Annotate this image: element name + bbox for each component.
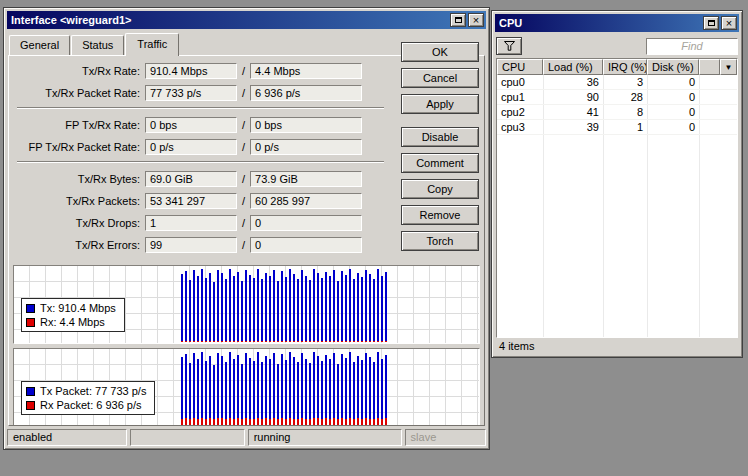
interface-window-title: Interface <wireguard1> (11, 14, 448, 26)
legend-row: Tx Packet: 77 733 p/s (26, 384, 146, 398)
cpu-value-cell: 0 (647, 76, 699, 88)
rx-bar (181, 341, 183, 342)
graph-legend: Tx Packet: 77 733 p/sRx Packet: 6 936 p/… (21, 381, 155, 415)
rx-bar (305, 341, 307, 342)
rx-bar (309, 419, 311, 425)
cpu-name-cell: cpu2 (497, 106, 543, 118)
rx-bar (329, 341, 331, 342)
rx-bar (193, 341, 195, 342)
tx-value-field[interactable]: 77 733 p/s (145, 85, 237, 101)
cpu-value-cell: 90 (543, 91, 603, 103)
close-icon[interactable]: × (468, 13, 484, 27)
ok-button[interactable]: OK (401, 42, 479, 62)
legend-row: Rx: 4.4 Mbps (26, 315, 116, 329)
rx-value-field[interactable]: 0 (250, 215, 362, 231)
rx-bar (365, 418, 367, 425)
torch-button[interactable]: Torch (401, 231, 479, 251)
maximize-button[interactable] (450, 13, 466, 27)
rx-bar (241, 419, 243, 425)
apply-button[interactable]: Apply (401, 94, 479, 114)
rx-value-field[interactable]: 60 285 997 (250, 193, 362, 209)
find-input[interactable] (646, 38, 738, 55)
tx-value-field[interactable]: 1 (145, 215, 237, 231)
chevron-down-icon[interactable]: ▼ (720, 59, 737, 75)
rx-bar (249, 341, 251, 342)
maximize-icon (708, 20, 715, 26)
rx-bar (385, 418, 387, 425)
rx-bar (225, 419, 227, 425)
table-row[interactable]: cpu03630 (497, 75, 737, 90)
rx-bar (369, 419, 371, 425)
interface-titlebar[interactable]: Interface <wireguard1> × (7, 11, 486, 29)
rx-bar (261, 341, 263, 342)
legend-label: Rx Packet: 6 936 p/s (40, 399, 142, 411)
tx-value-field[interactable]: 69.0 GiB (145, 171, 237, 187)
table-row[interactable]: cpu33910 (497, 120, 737, 135)
rx-bar (381, 419, 383, 425)
button-column: OKCancelApplyDisableCommentCopyRemoveTor… (401, 42, 479, 257)
column-header-cpu[interactable]: CPU (497, 59, 543, 75)
rx-bar (181, 419, 183, 425)
table-row[interactable]: cpu24180 (497, 105, 737, 120)
cpu-table-body: cpu03630cpu190280cpu24180cpu33910 (497, 75, 737, 337)
interface-window: Interface <wireguard1> × GeneralStatusTr… (3, 7, 490, 450)
maximize-button[interactable] (703, 16, 719, 30)
tab-general[interactable]: General (9, 35, 70, 55)
rx-value-field[interactable]: 6 936 p/s (250, 85, 362, 101)
rx-bar (249, 419, 251, 425)
traffic-graph-2: Tx Packet: 77 733 p/sRx Packet: 6 936 p/… (13, 348, 480, 426)
cpu-value-cell: 0 (647, 121, 699, 133)
cpu-titlebar[interactable]: CPU × (495, 14, 739, 32)
rx-value-field[interactable]: 0 bps (250, 117, 362, 133)
table-row[interactable]: cpu190280 (497, 90, 737, 105)
group-separator (17, 107, 384, 109)
column-header-disk[interactable]: Disk (%) (647, 59, 699, 75)
tx-value-field[interactable]: 53 341 297 (145, 193, 237, 209)
rx-bar (285, 419, 287, 425)
comment-button[interactable]: Comment (401, 153, 479, 173)
rx-bar (201, 418, 203, 425)
column-header-load[interactable]: Load (%) (543, 59, 603, 75)
field-label: Tx/Rx Packet Rate: (15, 87, 145, 99)
rx-bar (321, 341, 323, 342)
column-header-irq[interactable]: IRQ (%) (603, 59, 647, 75)
rx-bar (353, 419, 355, 425)
rx-value-field[interactable]: 4.4 Mbps (250, 63, 362, 79)
rx-bar (361, 419, 363, 425)
rx-bar (369, 341, 371, 342)
maximize-icon (455, 17, 462, 23)
rx-bar (301, 341, 303, 342)
tab-status[interactable]: Status (71, 35, 124, 55)
status-running: running (248, 429, 402, 446)
rx-bar (345, 341, 347, 342)
disable-button[interactable]: Disable (401, 127, 479, 147)
graph-legend: Tx: 910.4 MbpsRx: 4.4 Mbps (21, 298, 125, 332)
rx-value-field[interactable]: 0 (250, 237, 362, 253)
rx-bar (281, 341, 283, 342)
tab-traffic[interactable]: Traffic (125, 33, 179, 56)
tx-value-field[interactable]: 0 p/s (145, 139, 237, 155)
rx-bar (325, 341, 327, 342)
rx-bar (213, 419, 215, 425)
rx-bar (313, 341, 315, 342)
tx-value-field[interactable]: 0 bps (145, 117, 237, 133)
rx-bar (213, 341, 215, 342)
tx-value-field[interactable]: 910.4 Mbps (145, 63, 237, 79)
rx-value-field[interactable]: 73.9 GiB (250, 171, 362, 187)
status-enabled: enabled (7, 429, 127, 446)
close-icon[interactable]: × (721, 16, 737, 30)
rx-bar (349, 418, 351, 425)
rx-bar (341, 341, 343, 342)
rx-bar (317, 418, 319, 425)
remove-button[interactable]: Remove (401, 205, 479, 225)
rx-bar (205, 341, 207, 342)
rx-value-field[interactable]: 0 p/s (250, 139, 362, 155)
rx-bar (289, 418, 291, 425)
cpu-window-title: CPU (499, 17, 701, 29)
cancel-button[interactable]: Cancel (401, 68, 479, 88)
cpu-name-cell: cpu1 (497, 91, 543, 103)
copy-button[interactable]: Copy (401, 179, 479, 199)
items-count: 4 items (495, 338, 739, 354)
tx-value-field[interactable]: 99 (145, 237, 237, 253)
filter-button[interactable] (496, 37, 522, 55)
